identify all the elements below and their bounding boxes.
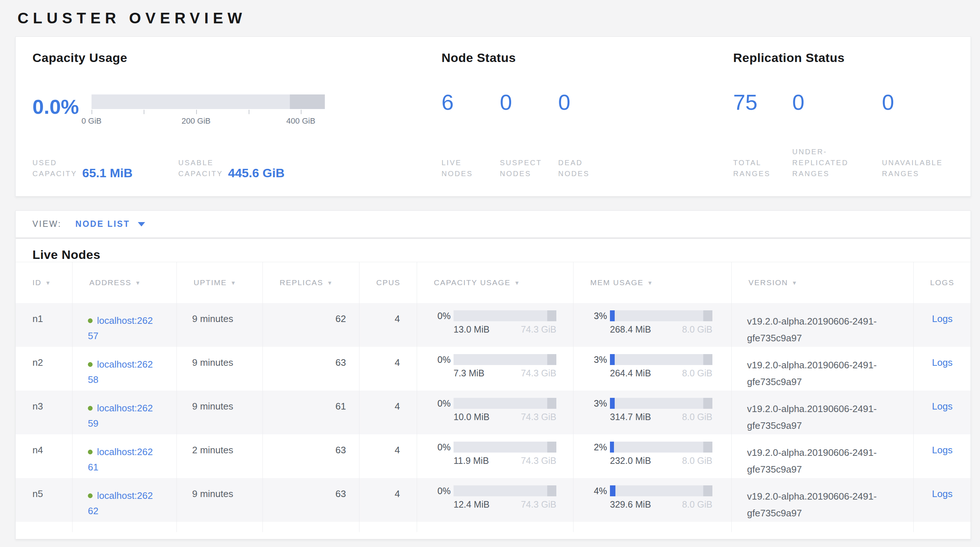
- mem-percent-label: 3%: [573, 311, 610, 321]
- cpus-cell: 4: [360, 478, 417, 522]
- column-header-capacity-usage[interactable]: CAPACITY USAGE▼: [417, 262, 573, 303]
- capacity-used-label: 7.3 MiB: [453, 368, 485, 378]
- capacity-used-label: 13.0 MiB: [453, 324, 490, 335]
- node-address-cell: localhost:26257: [73, 303, 177, 347]
- cpus-cell: 4: [360, 434, 417, 478]
- mem-usage-cell: 3% 264.4 MiB 8.0 GiB: [573, 347, 732, 391]
- table-row: n5 localhost:26262 9 minutes 63 4 0% 12.…: [16, 478, 970, 522]
- uptime-cell: 9 minutes: [177, 303, 263, 347]
- logs-link[interactable]: Logs: [932, 313, 952, 324]
- summary-stat-value: 75: [733, 92, 792, 113]
- empty-cell: [732, 522, 914, 532]
- mem-percent-label: 3%: [573, 398, 610, 409]
- capacity-gauge-reserved: [290, 94, 325, 109]
- replicas-cell: 63: [263, 347, 360, 391]
- capacity-gauge-tick-labels: 0 GiB200 GiB400 GiB: [92, 114, 325, 125]
- mem-bar-reserved: [703, 354, 713, 365]
- capacity-percent-label: 0%: [417, 442, 453, 453]
- capacity-total-label: 74.3 GiB: [521, 412, 556, 422]
- logs-link[interactable]: Logs: [932, 357, 952, 368]
- column-header-uptime[interactable]: UPTIME▼: [177, 262, 263, 303]
- mem-bar: [610, 398, 713, 409]
- uptime-cell: 9 minutes: [177, 478, 263, 522]
- capacity-bar: [453, 485, 556, 496]
- column-header-label: ADDRESS: [89, 278, 132, 287]
- live-status-icon: [88, 318, 92, 323]
- sort-caret-icon: ▼: [514, 280, 520, 286]
- node-id-cell: n2: [16, 347, 73, 391]
- replication-status-title: Replication Status: [733, 51, 845, 65]
- live-status-icon: [88, 493, 92, 498]
- column-header-replicas[interactable]: REPLICAS▼: [263, 262, 360, 303]
- view-selector-dropdown[interactable]: NODE LIST: [75, 219, 145, 229]
- table-header-row: ID▼ADDRESS▼UPTIME▼REPLICAS▼CPUSCAPACITY …: [16, 262, 970, 303]
- gauge-tick-label: 200 GiB: [181, 116, 211, 126]
- empty-cell: [360, 522, 417, 532]
- gauge-tick: [92, 110, 92, 114]
- sort-caret-icon: ▼: [231, 280, 237, 286]
- table-row-partial: [16, 522, 970, 531]
- capacity-bar: [453, 354, 556, 365]
- node-address-link[interactable]: localhost:26259: [88, 401, 156, 431]
- logs-link[interactable]: Logs: [932, 488, 952, 499]
- summary-stat-value: 0: [558, 92, 617, 113]
- mem-used-label: 268.4 MiB: [610, 324, 651, 335]
- logs-cell: Logs: [914, 478, 971, 522]
- view-selected-value[interactable]: NODE LIST: [75, 219, 130, 229]
- capacity-usage-cell: 0% 11.9 MiB 74.3 GiB: [417, 434, 573, 478]
- table-body: n1 localhost:26257 9 minutes 62 4 0% 13.…: [16, 303, 970, 531]
- capacity-bar: [453, 310, 556, 321]
- node-id-cell: n5: [16, 478, 73, 522]
- column-header-id[interactable]: ID▼: [16, 262, 73, 303]
- view-bar: VIEW: NODE LIST: [15, 210, 971, 238]
- capacity-total-label: 74.3 GiB: [521, 455, 556, 466]
- column-header-address[interactable]: ADDRESS▼: [73, 262, 177, 303]
- node-address-cell: localhost:26261: [73, 434, 177, 478]
- node-status-stats: 6LIVE NODES0SUSPECT NODES0DEAD NODES: [442, 92, 617, 179]
- cpus-cell: 4: [360, 347, 417, 391]
- logs-link[interactable]: Logs: [932, 445, 952, 455]
- replicas-cell: 62: [263, 303, 360, 347]
- mem-bar: [610, 485, 713, 496]
- empty-cell: [263, 522, 360, 532]
- node-address-link[interactable]: localhost:26258: [88, 357, 156, 387]
- mem-usage-cell: 2% 232.0 MiB 8.0 GiB: [573, 434, 732, 478]
- capacity-percent-label: 0%: [417, 311, 453, 321]
- summary-stat: 75TOTAL RANGES: [733, 92, 792, 179]
- empty-cell: [417, 522, 573, 532]
- sort-caret-icon: ▼: [327, 280, 333, 286]
- summary-stat-value: 0: [792, 92, 882, 113]
- capacity-bar-reserved: [547, 398, 556, 409]
- live-status-icon: [88, 450, 92, 454]
- mem-usage-cell: 3% 268.4 MiB 8.0 GiB: [573, 303, 732, 347]
- node-address-link[interactable]: localhost:26262: [88, 488, 156, 518]
- view-label: VIEW:: [32, 219, 62, 229]
- column-header-version[interactable]: VERSION▼: [732, 262, 914, 303]
- capacity-used-label: 10.0 MiB: [453, 412, 490, 422]
- column-header-logs: LOGS: [914, 262, 971, 303]
- capacity-usage-cell: 0% 10.0 MiB 74.3 GiB: [417, 391, 573, 434]
- column-header-label: LOGS: [930, 278, 954, 287]
- capacity-usage-cell: 0% 13.0 MiB 74.3 GiB: [417, 303, 573, 347]
- node-address-link[interactable]: localhost:26257: [88, 313, 156, 343]
- logs-cell: Logs: [914, 347, 971, 391]
- column-header-mem-usage[interactable]: MEM USAGE▼: [573, 262, 732, 303]
- mem-percent-label: 2%: [573, 442, 610, 453]
- column-header-label: CPUS: [376, 278, 400, 287]
- cluster-overview-page: CLUSTER OVERVIEW Capacity Usage 0.0% 0 G…: [0, 0, 980, 547]
- capacity-gauge: 0.0% 0 GiB200 GiB400 GiB: [32, 94, 325, 125]
- replicas-cell: 63: [263, 434, 360, 478]
- capacity-detail-label: USED CAPACITY: [32, 157, 77, 179]
- mem-percent-label: 3%: [573, 355, 610, 365]
- logs-link[interactable]: Logs: [932, 401, 952, 412]
- capacity-gauge-bar-wrap: 0 GiB200 GiB400 GiB: [92, 94, 325, 125]
- empty-cell: [177, 522, 263, 532]
- node-address-link[interactable]: localhost:26261: [88, 445, 156, 475]
- mem-bar-reserved: [703, 442, 713, 453]
- table-row: n3 localhost:26259 9 minutes 61 4 0% 10.…: [16, 391, 970, 434]
- capacity-percent-label: 0%: [417, 486, 453, 496]
- summary-stat: 0DEAD NODES: [558, 92, 617, 179]
- mem-bar: [610, 354, 713, 365]
- column-header-label: VERSION: [748, 278, 788, 287]
- uptime-cell: 2 minutes: [177, 434, 263, 478]
